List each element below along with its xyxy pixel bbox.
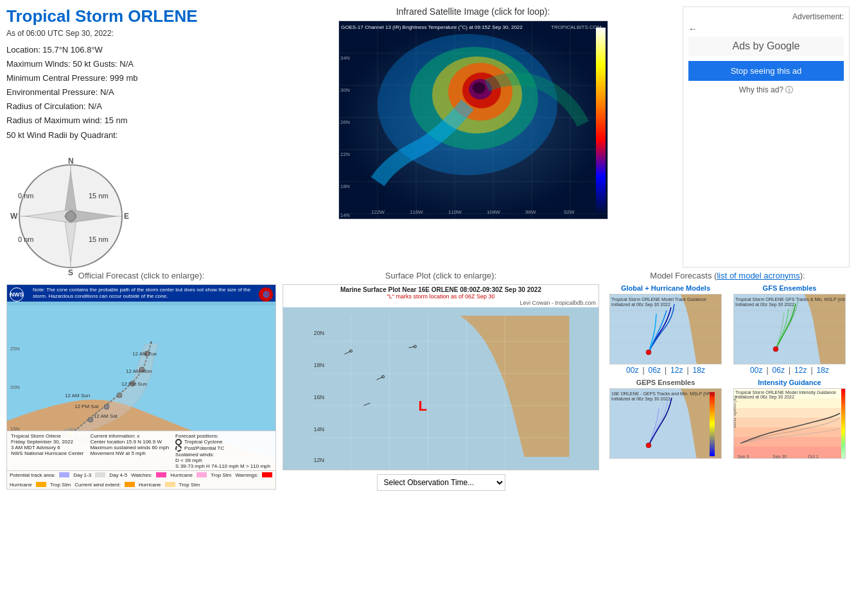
global-18z-link[interactable]: 18z <box>693 366 705 375</box>
forecast-sustained-label: Sustained winds: <box>175 452 270 458</box>
storm-info: Location: 15.7°N 106.8°W Maximum Winds: … <box>6 43 263 142</box>
satellite-svg: GOES-17 Channel 13 (IR) Brightness Tempe… <box>339 21 608 219</box>
surface-plot-image[interactable]: Marine Surface Plot Near 16E ORLENE 08:0… <box>283 284 599 470</box>
global-model-image[interactable]: Tropical Storm ORLENE Model Track Guidan… <box>609 294 722 364</box>
stop-seeing-ad-button[interactable]: Stop seeing this ad <box>688 61 844 81</box>
global-12z-link[interactable]: 12z <box>670 366 683 375</box>
svg-point-48 <box>117 393 122 398</box>
forecast-issuer: NWS National Hurricane Center <box>11 450 83 456</box>
bottom-section: Official Forecast (click to enlarge): No… <box>0 271 856 497</box>
svg-text:Initialized at 06z Sep 30 2022: Initialized at 06z Sep 30 2022 <box>611 397 670 402</box>
svg-point-7 <box>66 211 76 221</box>
svg-text:12 PM Sun: 12 PM Sun <box>121 381 147 387</box>
gfs-model-image[interactable]: Tropical Storm ORLENE GFS Tracks & Min. … <box>733 294 846 364</box>
model-acronyms-link[interactable]: list of model acronyms <box>717 271 799 280</box>
intensity-title: Intensity Guidance <box>758 379 821 386</box>
day4-5-label: Day 4-5 <box>109 472 127 478</box>
ts-warn-label: Trop Stm <box>50 482 71 488</box>
svg-text:12 AM Mon: 12 AM Mon <box>126 368 152 374</box>
global-06z-link[interactable]: 06z <box>649 366 661 375</box>
storm-min-pressure: Minimum Central Pressure: 999 mb <box>6 71 263 85</box>
forecast-cone-note: Note: The cone contains the probable pat… <box>33 287 256 300</box>
observation-time-select[interactable]: Select Observation Time... 08:00Z 09:00Z… <box>377 474 505 491</box>
svg-rect-118 <box>734 398 846 408</box>
geps-svg: 16E ORLENE - GEPS Tracks and Min. MSLP (… <box>610 389 722 459</box>
compass-north-label: N <box>68 157 74 166</box>
svg-text:Tropical Storm ORLENE Model Tr: Tropical Storm ORLENE Model Track Guidan… <box>611 297 706 302</box>
intensity-image[interactable]: Tropical Storm ORLENE Model Intensity Gu… <box>733 388 846 459</box>
svg-text:104W: 104W <box>487 209 500 215</box>
trop-extent-color <box>165 482 175 487</box>
track-label: Potential track area: <box>10 472 55 478</box>
compass-container: N S E W 0 nm 15 nm 0 nm 15 nm <box>6 152 263 268</box>
ts-watch-label: Trop Stm <box>211 472 232 478</box>
gfs-sep2: | <box>789 366 790 375</box>
global-model-svg: Tropical Storm ORLENE Model Track Guidan… <box>610 295 722 364</box>
hurricane-extent-label: Hurricane <box>139 482 161 488</box>
surface-subtitle-text: "L" marks storm location as of 06Z Sep 3… <box>286 293 596 300</box>
gfs-model-time-links: 00z | 06z | 12z | 18z <box>750 366 829 375</box>
ts-warn-color <box>36 482 46 487</box>
svg-point-27 <box>473 82 485 94</box>
storm-date: As of 06:00 UTC Sep 30, 2022: <box>6 29 263 38</box>
geps-title: GEPS Ensembles <box>636 379 695 386</box>
svg-rect-123 <box>734 447 846 459</box>
why-this-ad-link[interactable]: Why this ad? ⓘ <box>688 85 844 96</box>
forecast-pos-label: Forecast positions: <box>175 433 270 439</box>
svg-text:Initialized at 06z Sep 30 2022: Initialized at 06z Sep 30 2022 <box>611 302 670 307</box>
svg-point-98 <box>646 350 651 355</box>
svg-rect-112 <box>710 392 715 456</box>
svg-point-47 <box>104 404 109 409</box>
svg-text:34N: 34N <box>340 55 350 61</box>
noaa-logo: 🌀 <box>259 287 273 302</box>
satellite-title[interactable]: Infrared Satellite Image (click for loop… <box>396 6 550 17</box>
gfs-12z-link[interactable]: 12z <box>794 366 807 375</box>
svg-text:110W: 110W <box>448 209 462 215</box>
gfs-06z-link[interactable]: 06z <box>773 366 785 375</box>
svg-text:Tropical Storm ORLENE GFS Trac: Tropical Storm ORLENE GFS Tracks & Min. … <box>735 297 846 302</box>
gfs-18z-link[interactable]: 18z <box>817 366 829 375</box>
forecast-s-range: S 39-73 mph H 74-110 mph M > 110 mph <box>175 463 270 469</box>
compass: N S E W 0 nm 15 nm 0 nm 15 nm <box>6 152 122 268</box>
surface-plot-title: Surface Plot (click to enlarge): <box>385 271 496 280</box>
global-model-title: Global + Hurricane Models <box>621 284 710 292</box>
compass-nm-ne: 15 nm <box>89 192 109 200</box>
svg-text:20N: 20N <box>314 330 325 336</box>
storm-location: Location: 15.7°N 106.8°W <box>6 43 263 57</box>
models-bottom-row: GEPS Ensembles <box>606 379 850 459</box>
svg-text:16N: 16N <box>314 394 325 400</box>
svg-text:14N: 14N <box>340 212 350 218</box>
gfs-sep3: | <box>810 366 812 375</box>
forecast-image[interactable]: Note: The cone contains the probable pat… <box>6 284 276 490</box>
intensity-svg: Tropical Storm ORLENE Model Intensity Gu… <box>734 389 846 459</box>
satellite-image[interactable]: GOES-17 Channel 13 (IR) Brightness Tempe… <box>338 21 608 219</box>
svg-rect-119 <box>734 408 846 418</box>
ad-back-arrow[interactable]: ← <box>688 24 697 34</box>
geps-image[interactable]: 16E ORLENE - GEPS Tracks and Min. MSLP (… <box>609 388 722 459</box>
surface-header-bar: Marine Surface Plot Near 16E ORLENE 08:0… <box>283 285 598 307</box>
svg-text:116W: 116W <box>410 209 423 215</box>
global-00z-link[interactable]: 00z <box>626 366 638 375</box>
gfs-00z-link[interactable]: 00z <box>750 366 762 375</box>
storm-L-marker: L <box>419 398 427 414</box>
storm-radius-wind: Radius of Maximum wind: 15 nm <box>6 114 263 128</box>
geps-block: GEPS Ensembles <box>606 379 726 459</box>
svg-text:26N: 26N <box>340 119 350 125</box>
forecast-advisory: 3 AM MDT Advisory 6 <box>11 445 83 450</box>
forecast-info-mid: Current information: x Center location 1… <box>90 433 169 469</box>
models-title: Model Forecasts (list of model acronyms)… <box>606 271 850 280</box>
surface-watermark-text: Levi Cowan - tropicalbdb.com <box>286 300 596 306</box>
forecast-movement: Movement NW at 5 mph <box>90 450 169 456</box>
left-panel: Tropical Storm ORLENE As of 06:00 UTC Se… <box>6 6 263 268</box>
sep2: | <box>665 366 667 375</box>
svg-text:12 AM Tue: 12 AM Tue <box>132 351 157 357</box>
svg-text:TROPICALBITS.COM: TROPICALBITS.COM <box>551 24 602 30</box>
forecast-legend: Potential track area: Day 1-3 Day 4-5 Wa… <box>7 470 275 489</box>
svg-text:12N: 12N <box>314 457 325 463</box>
trop-extent-label: Trop Stm <box>179 482 200 488</box>
forecast-center-loc: Center location 15.9 N 106.9 W <box>90 439 169 445</box>
svg-point-113 <box>646 443 651 448</box>
storm-title: Tropical Storm ORLENE <box>6 6 263 26</box>
models-title-end: ): <box>800 271 805 280</box>
compass-svg: N S E W 0 nm 15 nm 0 nm 15 nm <box>6 152 135 280</box>
